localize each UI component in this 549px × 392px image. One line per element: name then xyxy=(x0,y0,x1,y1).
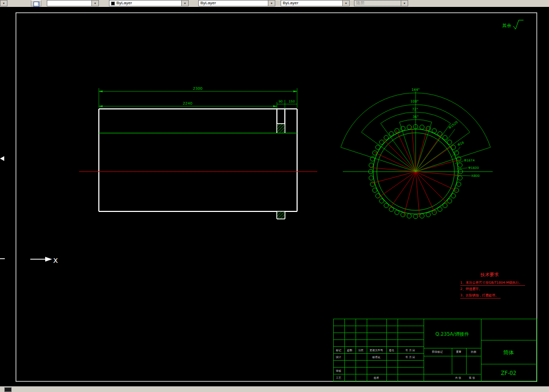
title-block-values: Q.235A/焊接件 筒体 ZF-02 xyxy=(435,331,516,376)
svg-text:第 张: 第 张 xyxy=(469,376,475,380)
properties-toolbar: ▼ ▼ ByLayer ▼ ByLayer ▼ ByLayer ▼ 随层 ▼ xyxy=(0,0,549,7)
title-block: 标记 处数 分区 更改文件号 签名 年 月 日 设计 标准化 年 月 日 审核 … xyxy=(333,319,537,381)
combo-fragment[interactable]: ▼ xyxy=(0,0,7,6)
svg-text:Φ19: Φ19 xyxy=(457,140,464,146)
dimension-lines xyxy=(99,88,297,108)
svg-text:1、未注公差尺寸按GB/T1804-M级执行。: 1、未注公差尺寸按GB/T1804-M级执行。 xyxy=(460,280,522,285)
svg-text:72°: 72° xyxy=(412,107,418,112)
svg-text:Φ1600: Φ1600 xyxy=(468,166,479,169)
color-combo-value: ByLayer xyxy=(115,1,181,6)
linetype-combo-value: ByLayer xyxy=(199,1,268,6)
svg-text:工艺: 工艺 xyxy=(336,376,341,379)
svg-text:重量: 重量 xyxy=(456,350,461,353)
weld-hatch-bottom xyxy=(277,212,285,219)
svg-text:108°: 108° xyxy=(410,99,419,104)
roughness-symbol-icon xyxy=(513,20,523,29)
material-text: Q.235A/焊接件 xyxy=(435,331,469,337)
svg-text:144°: 144° xyxy=(411,88,420,92)
dimension-texts: 2300 2240 90 150 xyxy=(183,87,295,106)
svg-text:3、去除锈蚀，打磨处理。: 3、去除锈蚀，打磨处理。 xyxy=(460,293,499,297)
dropdown-arrow-icon[interactable]: ▼ xyxy=(181,1,188,6)
linetype-combo[interactable]: ByLayer ▼ xyxy=(198,0,275,6)
plotstyle-combo[interactable]: 随层 ▼ xyxy=(354,0,408,6)
drawing-frame xyxy=(16,13,537,381)
lineweight-combo-value: ByLayer xyxy=(281,1,342,6)
svg-text:2240: 2240 xyxy=(183,101,192,106)
svg-text:36°: 36° xyxy=(412,115,419,119)
application-window: ▼ ▼ ByLayer ▼ ByLayer ▼ ByLayer ▼ 随层 ▼ xyxy=(0,0,549,392)
ucs-x-label: X xyxy=(53,257,58,265)
angle-labels: 144° 108° 72° 36° xyxy=(410,88,420,119)
tech-requirements: 技术要求 1、未注公差尺寸按GB/T1804-M级执行。 2、焊缝磨平。 3、去… xyxy=(460,272,525,299)
x-axis-arrow-icon xyxy=(45,257,52,262)
svg-text:年 月 日: 年 月 日 xyxy=(406,355,415,359)
model-space-canvas[interactable]: 其余 xyxy=(0,7,549,386)
color-swatch xyxy=(111,2,115,5)
svg-text:90: 90 xyxy=(278,99,283,103)
dimension-arrows xyxy=(99,90,297,107)
ucs-icon: X xyxy=(0,156,58,265)
bottom-strip xyxy=(0,386,549,392)
dropdown-arrow-icon[interactable]: ▼ xyxy=(268,1,275,6)
dropdown-arrow-icon[interactable]: ▼ xyxy=(401,1,408,6)
svg-text:2300: 2300 xyxy=(193,87,202,91)
svg-text:处数: 处数 xyxy=(347,348,352,352)
svg-text:分区: 分区 xyxy=(358,348,364,352)
svg-text:R800: R800 xyxy=(471,174,480,177)
svg-text:150: 150 xyxy=(289,99,295,103)
side-view: 2300 2240 90 150 xyxy=(79,87,317,219)
color-combo[interactable]: ByLayer ▼ xyxy=(109,0,189,6)
svg-text:2、焊缝磨平。: 2、焊缝磨平。 xyxy=(460,287,482,291)
svg-text:共 张: 共 张 xyxy=(455,376,461,380)
svg-text:其余: 其余 xyxy=(502,23,512,28)
lineweight-combo[interactable]: ByLayer ▼ xyxy=(281,0,350,6)
toolbar-icon[interactable] xyxy=(31,0,41,6)
svg-text:标记: 标记 xyxy=(335,348,341,352)
scroll-handle[interactable] xyxy=(4,387,12,392)
layer-combo[interactable]: ▼ xyxy=(47,0,99,6)
side-view-outline xyxy=(99,109,297,219)
svg-text:比例: 比例 xyxy=(471,350,476,354)
end-view: 144° 108° 72° 36° Φ1520 Φ19 Φ1674 Φ1600 xyxy=(341,88,493,219)
svg-text:标准化: 标准化 xyxy=(372,355,381,359)
dropdown-arrow-icon[interactable]: ▼ xyxy=(91,1,98,6)
part-name-text: 筒体 xyxy=(503,350,514,355)
svg-text:设计: 设计 xyxy=(335,355,341,359)
dropdown-arrow-icon[interactable]: ▼ xyxy=(342,1,349,6)
svg-text:阶段标记: 阶段标记 xyxy=(432,350,443,354)
dropdown-arrow-icon[interactable]: ▼ xyxy=(1,1,7,6)
weld-hatch-top xyxy=(277,124,285,133)
svg-text:技术要求: 技术要求 xyxy=(480,272,499,277)
diameter-labels: Φ1520 Φ19 Φ1674 Φ1600 R800 xyxy=(447,120,479,177)
svg-text:批准: 批准 xyxy=(374,376,379,380)
cad-drawing: 其余 xyxy=(0,7,549,386)
plotstyle-combo-value: 随层 xyxy=(354,1,401,6)
svg-text:更改文件号: 更改文件号 xyxy=(370,348,383,352)
edge-arrow-icon xyxy=(0,156,4,161)
surface-finish-note: 其余 xyxy=(502,20,523,29)
svg-text:Φ1674: Φ1674 xyxy=(464,158,475,162)
drawing-number-text: ZF-02 xyxy=(501,370,517,376)
svg-text:审核: 审核 xyxy=(336,369,341,372)
svg-text:签名: 签名 xyxy=(389,348,394,352)
svg-text:Φ1520: Φ1520 xyxy=(447,120,458,130)
svg-text:年 月 日: 年 月 日 xyxy=(406,348,415,352)
